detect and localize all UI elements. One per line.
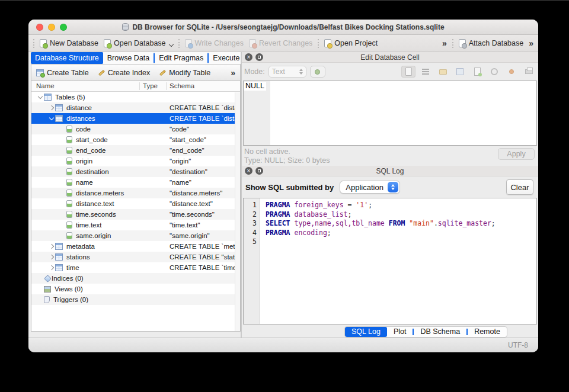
tree-row-triggers-0[interactable]: Triggers (0): [31, 294, 240, 305]
tree-row-distance[interactable]: distanceCREATE TABLE `distance` ( `: [31, 102, 240, 113]
open-database-icon: [104, 39, 111, 47]
toolbar-button-write-changes[interactable]: Write Changes: [185, 39, 244, 47]
toolbar-button-attach-database[interactable]: Attach Database: [459, 39, 523, 47]
tree-row-time-seconds[interactable]: time.seconds"time.seconds": [31, 209, 240, 220]
close-panel-icon[interactable]: ×: [245, 167, 252, 175]
window-title-group: DB Browser for SQLite - /Users/seongtaej…: [122, 23, 444, 31]
tree-row-views-0[interactable]: Views (0): [31, 284, 240, 294]
modify-table-button[interactable]: Modify Table: [159, 69, 210, 77]
tree-vertical-scrollbar[interactable]: [235, 92, 240, 331]
tree-row-indices-0[interactable]: Indices (0): [31, 273, 240, 284]
cell-value-editor[interactable]: NULL: [243, 81, 537, 146]
write-changes-icon: [185, 39, 192, 47]
toolbar-button-label: Open Database: [114, 39, 166, 47]
create-index-button[interactable]: Create Index: [98, 69, 151, 77]
tab-execute-sql[interactable]: Execute SQL: [209, 52, 242, 64]
apply-button[interactable]: Apply: [498, 148, 535, 160]
save-button[interactable]: [453, 66, 467, 78]
tree-row-start-code[interactable]: start_code"start_code": [31, 134, 240, 145]
chevron-down-icon[interactable]: [37, 94, 42, 99]
edit-cell-icon-strip: [401, 66, 536, 78]
toolbar-drag-handle[interactable]: [33, 39, 34, 48]
sql-token: database_list: [290, 210, 348, 219]
tab-browse-data[interactable]: Browse Data: [103, 52, 154, 64]
sql-token: .: [434, 219, 438, 227]
tree-row-code[interactable]: code"code": [31, 124, 240, 134]
tab-database-structure[interactable]: Database Structure: [31, 52, 103, 64]
tree-row-metadata[interactable]: metadataCREATE TABLE `metadata` (: [31, 241, 240, 252]
tree-row-origin[interactable]: origin"origin": [31, 156, 240, 166]
toolbar-overflow-icon[interactable]: »: [529, 38, 533, 48]
chevron-right-icon[interactable]: [49, 244, 53, 249]
tree-row-schema: CREATE TABLE `distance` ( `: [170, 102, 240, 113]
sql-log-editor[interactable]: 12345 PRAGMA foreign_keys = '1';PRAGMA d…: [243, 198, 537, 324]
tree-row-schema: "time.text": [170, 220, 240, 230]
tree-row-time-text[interactable]: time.text"time.text": [31, 220, 240, 230]
record-dot-button[interactable]: [504, 66, 519, 78]
toolbar-drag-handle[interactable]: [178, 39, 180, 48]
tree-row-schema: CREATE TABLE "stations" (: [170, 252, 240, 262]
chevron-right-icon[interactable]: [49, 265, 53, 270]
clear-button[interactable]: Clear: [506, 179, 533, 195]
tree-row-distances[interactable]: distancesCREATE TABLE `distances` (: [31, 113, 240, 124]
column-header-name[interactable]: Name: [36, 82, 55, 89]
toolbar-drag-handle[interactable]: [318, 39, 319, 48]
tree-row-distance-meters[interactable]: distance.meters"distance.meters": [31, 188, 240, 198]
minimize-window-button[interactable]: [48, 24, 55, 31]
align-lines-button[interactable]: [418, 66, 433, 78]
dock-tab-sql-log[interactable]: SQL Log: [345, 327, 387, 337]
undock-panel-icon[interactable]: [255, 53, 263, 61]
export-button[interactable]: [470, 66, 484, 78]
tree-row-stations[interactable]: stationsCREATE TABLE "stations" (: [31, 252, 240, 262]
toolbar-drag-handle[interactable]: [452, 39, 453, 48]
toolbar-button-open-database[interactable]: Open Database: [104, 39, 173, 47]
tree-row-tables-5[interactable]: Tables (5): [31, 92, 240, 102]
close-window-button[interactable]: [36, 24, 43, 31]
close-panel-icon[interactable]: ×: [245, 53, 252, 61]
tree-row-name[interactable]: name"name": [31, 177, 240, 188]
tree-row-time[interactable]: timeCREATE TABLE `time` ( `fie: [31, 262, 240, 273]
document-button[interactable]: [401, 66, 415, 78]
column-header-type[interactable]: Type: [143, 82, 158, 89]
chevron-right-icon[interactable]: [49, 105, 53, 110]
tree-row-schema: "same.origin": [170, 230, 240, 241]
undock-panel-icon[interactable]: [255, 167, 263, 175]
toolbar-button-open-project[interactable]: Open Project: [324, 39, 378, 47]
toolbar-overflow-icon[interactable]: »: [442, 38, 447, 48]
field-icon: [66, 179, 72, 186]
sql-line: PRAGMA database_list;: [266, 210, 496, 220]
toolbar-button-revert-changes[interactable]: Revert Changes: [249, 39, 312, 47]
tree-row-label: name: [76, 179, 93, 186]
sql-token: encoding: [290, 229, 327, 237]
tree-rows: Tables (5)distanceCREATE TABLE `distance…: [31, 92, 240, 305]
tree-row-end-code[interactable]: end_code"end_code": [31, 145, 240, 156]
mode-select[interactable]: Text: [268, 66, 306, 78]
field-icon: [66, 232, 72, 239]
dock-tab-plot[interactable]: Plot: [387, 327, 413, 337]
field-icon: [66, 158, 72, 165]
create-table-button[interactable]: Create Table: [36, 69, 89, 77]
print-button[interactable]: [522, 66, 536, 78]
tree-row-distance-text[interactable]: distance.text"distance.text": [31, 198, 240, 209]
create-table-icon: [36, 69, 44, 76]
tree-row-same-origin[interactable]: same.origin"same.origin": [31, 230, 240, 241]
export-icon: [474, 68, 481, 76]
zoom-window-button[interactable]: [60, 24, 67, 31]
dock-tab-db-schema[interactable]: DB Schema: [414, 327, 466, 337]
import-button[interactable]: [436, 66, 450, 78]
submitter-select[interactable]: Application: [340, 181, 400, 194]
structure-toolbar-overflow-icon[interactable]: »: [231, 68, 235, 78]
auto-format-button[interactable]: [310, 66, 325, 78]
dock-tab-remote[interactable]: Remote: [468, 327, 507, 337]
tab-edit-pragmas[interactable]: Edit Pragmas: [155, 52, 207, 64]
chevron-down-icon[interactable]: [49, 115, 53, 120]
tree-row-label: start_code: [76, 136, 108, 143]
sql-log-controls: Show SQL submitted by Application Clear: [242, 176, 538, 198]
column-header-schema[interactable]: Schema: [170, 82, 194, 89]
tree-row-destination[interactable]: destination"destination": [31, 166, 240, 177]
chevron-right-icon[interactable]: [49, 255, 53, 259]
edit-database-cell-panel: × Edit Database Cell Mode: Text NULL No …: [242, 52, 538, 166]
sql-line: PRAGMA encoding;: [266, 229, 496, 238]
link-button[interactable]: [487, 66, 501, 78]
toolbar-button-new-database[interactable]: New Database: [40, 39, 98, 47]
